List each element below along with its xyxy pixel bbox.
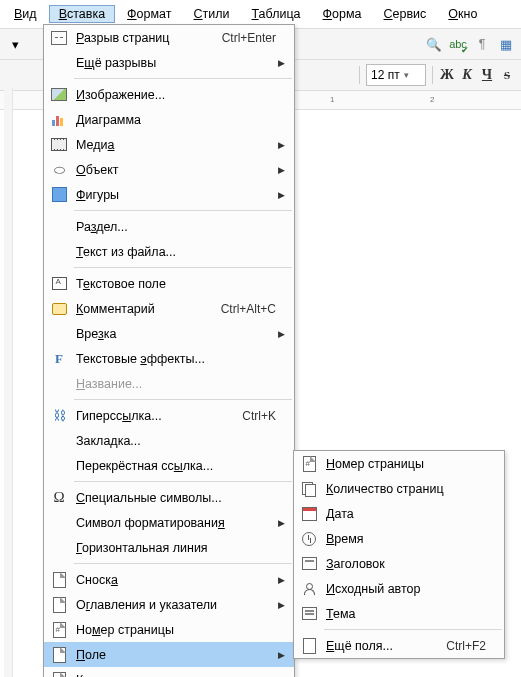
menuitem[interactable]: Заголовок <box>294 551 504 576</box>
media-icon <box>44 138 74 151</box>
menuitem[interactable]: Номер страницы <box>44 617 294 642</box>
menuitem-label: Время <box>324 532 486 546</box>
menuitem-label: Оглавления и указатели <box>74 598 276 612</box>
menuitem[interactable]: Горизонтальная линия <box>44 535 294 560</box>
menuitem[interactable]: Разрыв страницCtrl+Enter <box>44 25 294 50</box>
menuitem: Название... <box>44 371 294 396</box>
menu-Таблица[interactable]: Таблица <box>242 5 311 23</box>
menuitem-label: Разрыв страниц <box>74 31 214 45</box>
menuitem-label: Раздел... <box>74 220 276 234</box>
spellcheck-icon[interactable]: abc✔ <box>449 35 467 53</box>
pilcrow-icon[interactable]: ¶ <box>473 35 491 53</box>
menuitem[interactable]: Символ форматирования▶ <box>44 510 294 535</box>
submenu-arrow: ▶ <box>276 58 286 68</box>
menuitem[interactable]: Ещё разрывы▶ <box>44 50 294 75</box>
omega-icon: Ω <box>44 489 74 506</box>
shortcut: Ctrl+Enter <box>214 31 276 45</box>
title-icon <box>294 557 324 570</box>
theme-icon <box>294 607 324 620</box>
menuitem-label: Поле <box>74 648 276 662</box>
menuitem-label: Фигуры <box>74 188 276 202</box>
menu-Форма[interactable]: Форма <box>313 5 372 23</box>
page-icon <box>44 572 74 588</box>
menuitem-label: Ещё поля... <box>324 639 438 653</box>
menuitem[interactable]: Ещё поля...Ctrl+F2 <box>294 633 504 658</box>
menuitem[interactable]: Количество страниц <box>294 476 504 501</box>
strike-button[interactable]: S <box>499 67 515 83</box>
menuitem[interactable]: Номер страницы <box>294 451 504 476</box>
find-icon[interactable]: 🔍 <box>425 35 443 53</box>
pagen-icon <box>44 622 74 638</box>
menuitem-label: Текстовые эффекты... <box>74 352 276 366</box>
menuitem[interactable]: Текстовое поле <box>44 271 294 296</box>
bold-button[interactable]: Ж <box>439 67 455 83</box>
menuitem[interactable]: Оглавления и указатели▶ <box>44 592 294 617</box>
menuitem[interactable]: Текст из файла... <box>44 239 294 264</box>
table-grid-icon[interactable]: ▦ <box>497 35 515 53</box>
menuitem[interactable]: Закладка... <box>44 428 294 453</box>
submenu-arrow: ▶ <box>276 518 286 528</box>
menuitem-label: Изображение... <box>74 88 276 102</box>
menuitem[interactable]: Раздел... <box>44 214 294 239</box>
shortcut: Ctrl+Alt+C <box>213 302 276 316</box>
font-size-combo[interactable]: 12 пт▾ <box>366 64 426 86</box>
menuitem[interactable]: Изображение... <box>44 82 294 107</box>
menuitem[interactable]: Фигуры▶ <box>44 182 294 207</box>
menuitem[interactable]: Дата <box>294 501 504 526</box>
menuitem-label: Текстовое поле <box>74 277 276 291</box>
toolbar-icon[interactable]: ▾ <box>6 35 24 53</box>
menuitem-label: Закладка... <box>74 434 276 448</box>
menuitem[interactable]: Перекрёстная ссылка... <box>44 453 294 478</box>
menu-Вид[interactable]: Вид <box>4 5 47 23</box>
menuitem[interactable]: Медиа▶ <box>44 132 294 157</box>
menuitem-label: Специальные символы... <box>74 491 276 505</box>
comm-icon <box>44 303 74 315</box>
page-icon <box>44 647 74 663</box>
more-icon <box>294 638 324 654</box>
menuitem-label: Количество страниц <box>324 482 486 496</box>
italic-button[interactable]: К <box>459 67 475 83</box>
obj-icon <box>44 162 74 178</box>
break-icon <box>44 31 74 45</box>
menuitem[interactable]: Поле▶ <box>44 642 294 667</box>
field-submenu: Номер страницыКоличество страницДатаВрем… <box>293 450 505 659</box>
menuitem-label: Дата <box>324 507 486 521</box>
pages-icon <box>294 482 324 496</box>
menu-Стили[interactable]: Стили <box>184 5 240 23</box>
shortcut: Ctrl+K <box>234 409 276 423</box>
menuitem-label: Диаграмма <box>74 113 276 127</box>
menu-Сервис[interactable]: Сервис <box>374 5 437 23</box>
menuitem[interactable]: Исходный автор <box>294 576 504 601</box>
menuitem-label: Название... <box>74 377 276 391</box>
menu-Вставка[interactable]: Вставка <box>49 5 115 23</box>
shape-icon <box>44 187 74 202</box>
menuitem[interactable]: Колонтитулы▶ <box>44 667 294 677</box>
menuitem-label: Заголовок <box>324 557 486 571</box>
menuitem[interactable]: ⛓Гиперссылка...Ctrl+K <box>44 403 294 428</box>
menuitem-label: Исходный автор <box>324 582 486 596</box>
menu-Окно[interactable]: Окно <box>438 5 487 23</box>
menuitem-label: Медиа <box>74 138 276 152</box>
menuitem-label: Гиперссылка... <box>74 409 234 423</box>
underline-button[interactable]: Ч <box>479 67 495 83</box>
shortcut: Ctrl+F2 <box>438 639 486 653</box>
submenu-arrow: ▶ <box>276 329 286 339</box>
menuitem[interactable]: КомментарийCtrl+Alt+C <box>44 296 294 321</box>
menuitem-label: Ещё разрывы <box>74 56 276 70</box>
menuitem[interactable]: Объект▶ <box>44 157 294 182</box>
menuitem[interactable]: Сноска▶ <box>44 567 294 592</box>
menuitem[interactable]: Диаграмма <box>44 107 294 132</box>
img-icon <box>44 88 74 101</box>
submenu-arrow: ▶ <box>276 650 286 660</box>
cal-icon <box>294 507 324 521</box>
menuitem[interactable]: FТекстовые эффекты... <box>44 346 294 371</box>
menuitem[interactable]: Время <box>294 526 504 551</box>
menuitem[interactable]: ΩСпециальные символы... <box>44 485 294 510</box>
insert-menu: Разрыв страницCtrl+EnterЕщё разрывы▶Изоб… <box>43 24 295 677</box>
menuitem[interactable]: Тема <box>294 601 504 626</box>
menuitem-label: Комментарий <box>74 302 213 316</box>
menuitem[interactable]: Врезка▶ <box>44 321 294 346</box>
menuitem-label: Номер страницы <box>324 457 486 471</box>
menuitem-label: Сноска <box>74 573 276 587</box>
menu-Формат[interactable]: Формат <box>117 5 181 23</box>
